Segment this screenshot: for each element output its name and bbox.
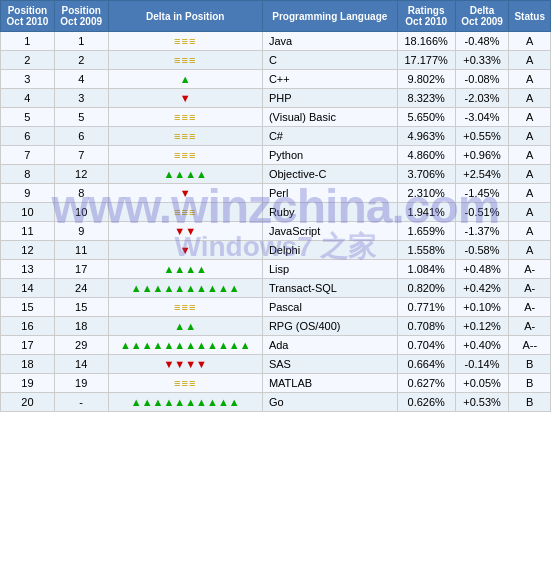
cell-delta-rating: -2.03% — [455, 89, 509, 108]
cell-delta-rating: +0.55% — [455, 127, 509, 146]
cell-delta-rating: +0.53% — [455, 393, 509, 412]
cell-delta: ▼▼▼▼ — [108, 355, 262, 374]
cell-rating: 0.627% — [397, 374, 455, 393]
table-row: 18 14 ▼▼▼▼ SAS 0.664% -0.14% B — [1, 355, 551, 374]
cell-rating: 1.084% — [397, 260, 455, 279]
cell-rating: 4.963% — [397, 127, 455, 146]
cell-pos2009: - — [54, 393, 108, 412]
cell-rating: 0.704% — [397, 336, 455, 355]
cell-pos2010: 20 — [1, 393, 55, 412]
cell-pos2009: 18 — [54, 317, 108, 336]
cell-rating: 18.166% — [397, 32, 455, 51]
cell-rating: 9.802% — [397, 70, 455, 89]
cell-status: B — [509, 374, 551, 393]
cell-lang: C++ — [262, 70, 397, 89]
cell-delta: ▼▼ — [108, 222, 262, 241]
cell-lang: PHP — [262, 89, 397, 108]
cell-delta-rating: -1.37% — [455, 222, 509, 241]
cell-delta-rating: +0.42% — [455, 279, 509, 298]
header-delta-pos: Delta in Position — [108, 1, 262, 32]
table-row: 2 2 ≡≡≡ C 17.177% +0.33% A — [1, 51, 551, 70]
cell-pos2009: 14 — [54, 355, 108, 374]
cell-pos2010: 1 — [1, 32, 55, 51]
cell-delta: ▲▲ — [108, 317, 262, 336]
cell-delta: ≡≡≡ — [108, 108, 262, 127]
cell-pos2010: 10 — [1, 203, 55, 222]
table-row: 14 24 ▲▲▲▲▲▲▲▲▲▲ Transact-SQL 0.820% +0.… — [1, 279, 551, 298]
cell-delta: ≡≡≡ — [108, 127, 262, 146]
cell-delta: ▼ — [108, 241, 262, 260]
cell-pos2009: 8 — [54, 184, 108, 203]
cell-pos2010: 8 — [1, 165, 55, 184]
cell-status: A — [509, 89, 551, 108]
header-delta-rating: Delta Oct 2009 — [455, 1, 509, 32]
cell-status: A — [509, 108, 551, 127]
cell-delta-rating: -0.14% — [455, 355, 509, 374]
table-row: 3 4 ▲ C++ 9.802% -0.08% A — [1, 70, 551, 89]
cell-delta: ≡≡≡ — [108, 374, 262, 393]
table-row: 4 3 ▼ PHP 8.323% -2.03% A — [1, 89, 551, 108]
cell-delta-rating: +0.96% — [455, 146, 509, 165]
cell-pos2010: 11 — [1, 222, 55, 241]
table-row: 19 19 ≡≡≡ MATLAB 0.627% +0.05% B — [1, 374, 551, 393]
cell-delta: ▼ — [108, 184, 262, 203]
cell-lang: Transact-SQL — [262, 279, 397, 298]
cell-delta: ▲▲▲▲▲▲▲▲▲▲ — [108, 279, 262, 298]
cell-rating: 3.706% — [397, 165, 455, 184]
cell-status: B — [509, 355, 551, 374]
cell-status: A — [509, 146, 551, 165]
cell-delta: ▲▲▲▲ — [108, 165, 262, 184]
cell-rating: 2.310% — [397, 184, 455, 203]
cell-pos2009: 17 — [54, 260, 108, 279]
programming-languages-table: Position Oct 2010 Position Oct 2009 Delt… — [0, 0, 551, 412]
cell-lang: RPG (OS/400) — [262, 317, 397, 336]
cell-delta-rating: -0.48% — [455, 32, 509, 51]
cell-pos2010: 18 — [1, 355, 55, 374]
cell-lang: SAS — [262, 355, 397, 374]
cell-lang: C — [262, 51, 397, 70]
cell-pos2010: 14 — [1, 279, 55, 298]
table-row: 16 18 ▲▲ RPG (OS/400) 0.708% +0.12% A- — [1, 317, 551, 336]
header-pos2009: Position Oct 2009 — [54, 1, 108, 32]
cell-status: A- — [509, 260, 551, 279]
cell-pos2009: 24 — [54, 279, 108, 298]
cell-status: A — [509, 32, 551, 51]
cell-lang: Perl — [262, 184, 397, 203]
cell-lang: Go — [262, 393, 397, 412]
cell-lang: Ada — [262, 336, 397, 355]
table-row: 11 9 ▼▼ JavaScript 1.659% -1.37% A — [1, 222, 551, 241]
cell-pos2010: 9 — [1, 184, 55, 203]
cell-rating: 0.626% — [397, 393, 455, 412]
cell-lang: Objective-C — [262, 165, 397, 184]
cell-rating: 0.771% — [397, 298, 455, 317]
cell-pos2010: 2 — [1, 51, 55, 70]
cell-delta: ▲▲▲▲ — [108, 260, 262, 279]
cell-status: A — [509, 51, 551, 70]
cell-status: A — [509, 127, 551, 146]
cell-pos2009: 12 — [54, 165, 108, 184]
cell-delta-rating: +0.05% — [455, 374, 509, 393]
cell-delta: ≡≡≡ — [108, 298, 262, 317]
table-row: 6 6 ≡≡≡ C# 4.963% +0.55% A — [1, 127, 551, 146]
cell-pos2009: 7 — [54, 146, 108, 165]
cell-pos2009: 9 — [54, 222, 108, 241]
cell-rating: 8.323% — [397, 89, 455, 108]
cell-lang: Lisp — [262, 260, 397, 279]
cell-delta-rating: -0.08% — [455, 70, 509, 89]
cell-lang: MATLAB — [262, 374, 397, 393]
cell-pos2009: 3 — [54, 89, 108, 108]
cell-delta: ≡≡≡ — [108, 203, 262, 222]
cell-rating: 0.708% — [397, 317, 455, 336]
cell-pos2010: 13 — [1, 260, 55, 279]
cell-pos2009: 1 — [54, 32, 108, 51]
cell-status: B — [509, 393, 551, 412]
table-row: 1 1 ≡≡≡ Java 18.166% -0.48% A — [1, 32, 551, 51]
cell-delta-rating: +0.40% — [455, 336, 509, 355]
cell-status: A — [509, 165, 551, 184]
table-row: 17 29 ▲▲▲▲▲▲▲▲▲▲▲▲ Ada 0.704% +0.40% A-- — [1, 336, 551, 355]
cell-lang: (Visual) Basic — [262, 108, 397, 127]
cell-pos2010: 6 — [1, 127, 55, 146]
cell-pos2010: 12 — [1, 241, 55, 260]
header-status: Status — [509, 1, 551, 32]
table-row: 10 10 ≡≡≡ Ruby 1.941% -0.51% A — [1, 203, 551, 222]
